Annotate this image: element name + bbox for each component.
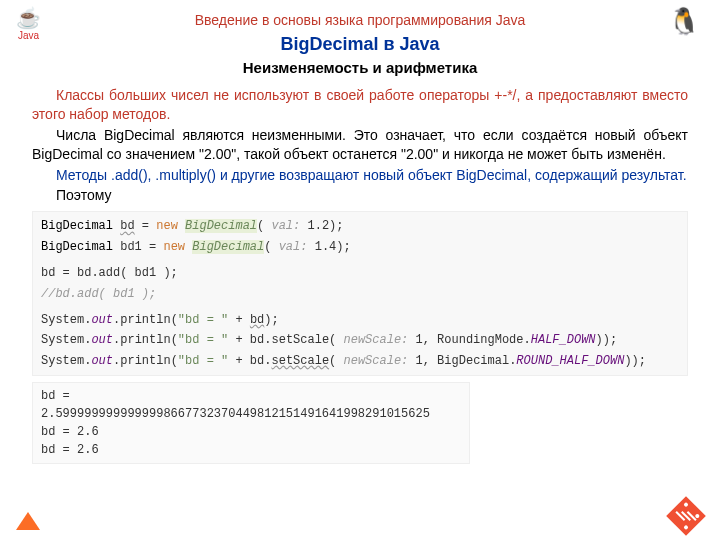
code-line-1: BigDecimal bd = new BigDecimal( val: 1.2… [41, 216, 679, 236]
output-line-2: bd = 2.6 [41, 423, 461, 441]
code-line-5: System.out.println("bd = " + bd); [41, 310, 679, 330]
output-line-3: bd = 2.6 [41, 441, 461, 459]
code-line-6: System.out.println("bd = " + bd.setScale… [41, 330, 679, 350]
paragraph-3: Методы .add(), .multiply() и другие возв… [32, 166, 688, 185]
paragraph-1: Классы больших чисел не используют в сво… [32, 86, 688, 124]
course-header: Введение в основы языка программирования… [0, 0, 720, 28]
output-block: bd = 2.599999999999999866773237044981215… [32, 382, 470, 464]
code-line-7: System.out.println("bd = " + bd.setScale… [41, 351, 679, 371]
code-line-2: BigDecimal bd1 = new BigDecimal( val: 1.… [41, 237, 679, 257]
paragraph-4: Поэтому [32, 186, 688, 205]
body-text: Классы больших чисел не используют в сво… [0, 76, 720, 205]
page-title: BigDecimal в Java [0, 34, 720, 55]
java-cup-icon: ☕ [16, 6, 41, 30]
duke-icon: 🐧 [668, 6, 700, 37]
git-icon [666, 496, 706, 536]
java-logo-text: Java [16, 30, 41, 41]
java-logo: ☕ Java [16, 6, 41, 41]
paragraph-2: Числа BigDecimal являются неизменными. Э… [32, 126, 688, 164]
code-line-3: bd = bd.add( bd1 ); [41, 263, 679, 283]
gitlab-icon [16, 512, 40, 530]
code-line-4: //bd.add( bd1 ); [41, 284, 679, 304]
page-subtitle: Неизменяемость и арифметика [0, 59, 720, 76]
code-snippet: BigDecimal bd = new BigDecimal( val: 1.2… [32, 211, 688, 376]
output-line-1: bd = 2.599999999999999866773237044981215… [41, 387, 461, 423]
